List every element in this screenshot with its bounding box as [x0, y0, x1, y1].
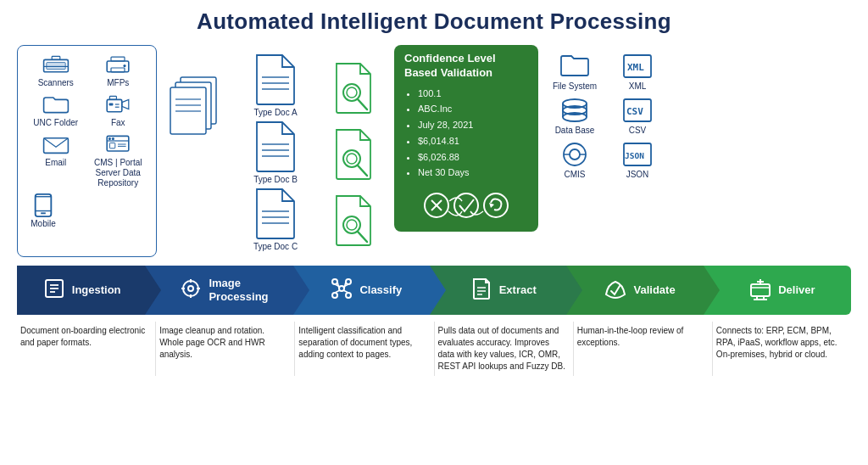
flow-step-image-processing: Image Processing — [145, 266, 292, 315]
source-mfps-label: MFPs — [107, 78, 129, 87]
svg-point-89 — [346, 293, 351, 298]
source-fax: Fax — [89, 92, 148, 127]
source-mfps: MFPs — [89, 53, 148, 87]
conf-item-2: July 28, 2021 — [418, 117, 528, 133]
classify-icon — [331, 277, 353, 304]
output-csv-label: CSV — [629, 126, 647, 135]
output-grid: File System XML XML Data Base — [547, 53, 665, 179]
source-mobile: Mobile — [30, 193, 57, 228]
doc-type-b-label: Type Doc B — [253, 175, 298, 184]
process-flow: Ingestion Image Processing — [17, 266, 851, 315]
classify-label: Classify — [359, 283, 402, 297]
svg-line-95 — [335, 290, 340, 293]
doc-type-c: Type Doc C — [233, 188, 318, 251]
confidence-title: Confidence Level Based Validation — [404, 52, 528, 81]
svg-line-93 — [335, 284, 340, 287]
output-filesystem: File System — [547, 53, 603, 91]
validate-label: Validate — [633, 283, 675, 297]
confidence-list: 100.1 ABC.Inc July 28, 2021 $6,014.81 $6… — [404, 86, 528, 181]
main-container: Automated Intelligent Document Processin… — [0, 0, 868, 384]
source-cms: CMS | PortalServer DataRepository — [89, 132, 148, 188]
deliver-label: Deliver — [778, 283, 815, 297]
desc-ingestion: Document on-boarding electronic and pape… — [17, 322, 156, 376]
ingestion-icon — [43, 277, 65, 304]
stacked-docs — [165, 70, 225, 147]
svg-line-96 — [343, 290, 348, 293]
output-database: Data Base — [547, 98, 603, 135]
svg-point-87 — [346, 279, 351, 284]
svg-text:JSON: JSON — [625, 151, 644, 160]
descriptions-row: Document on-boarding electronic and pape… — [17, 322, 851, 376]
svg-point-19 — [108, 137, 111, 140]
search-docs — [326, 62, 386, 252]
svg-rect-10 — [109, 103, 114, 105]
desc-validate: Human-in-the-loop review of exceptions. — [574, 322, 713, 376]
svg-text:XML: XML — [627, 62, 644, 73]
conf-item-1: ABC.Inc — [418, 101, 528, 117]
svg-rect-100 — [751, 284, 770, 296]
output-xml-label: XML — [629, 81, 647, 91]
conf-item-5: Net 30 Days — [418, 165, 528, 181]
output-filesystem-label: File System — [553, 81, 597, 91]
source-scanners-label: Scanners — [38, 78, 74, 87]
confidence-cycle — [404, 186, 528, 225]
extract-label: Extract — [499, 283, 537, 297]
svg-point-58 — [454, 193, 478, 217]
conf-item-0: 100.1 — [418, 86, 528, 102]
output-database-label: Data Base — [555, 126, 595, 135]
doc-type-c-label: Type Doc C — [253, 242, 298, 251]
svg-point-86 — [332, 279, 337, 284]
svg-point-59 — [484, 193, 508, 217]
doc-types: Type Doc A Type Doc B — [233, 53, 318, 251]
source-email: Email — [26, 132, 86, 188]
svg-point-81 — [188, 286, 193, 291]
ingestion-label: Ingestion — [72, 283, 121, 297]
svg-marker-60 — [489, 203, 494, 208]
content-row: Scanners MFPs UNC — [17, 45, 851, 257]
doc-type-a: Type Doc A — [233, 53, 318, 117]
svg-point-71 — [570, 149, 580, 160]
output-xml: XML XML — [609, 53, 665, 91]
svg-point-20 — [112, 137, 114, 140]
svg-rect-9 — [110, 96, 117, 99]
output-cmis-label: CMIS — [565, 170, 586, 179]
output-json-label: JSON — [626, 170, 649, 179]
flow-step-classify: Classify — [293, 266, 430, 315]
svg-line-94 — [343, 284, 348, 287]
source-cms-label: CMS | PortalServer DataRepository — [94, 158, 142, 188]
flow-step-ingestion: Ingestion — [17, 266, 145, 315]
source-scanners: Scanners — [26, 53, 86, 87]
page-title: Automated Intelligent Document Processin… — [17, 8, 851, 35]
desc-deliver: Connects to: ERP, ECM, BPM, RPA, iPaaS, … — [713, 322, 851, 376]
source-unc-folder: UNC Folder — [26, 92, 86, 127]
image-processing-label: Image Processing — [209, 277, 268, 303]
extract-icon — [470, 277, 492, 304]
svg-point-80 — [183, 281, 198, 296]
svg-rect-8 — [107, 99, 122, 111]
image-processing-icon — [180, 277, 202, 304]
confidence-box: Confidence Level Based Validation 100.1 … — [394, 45, 538, 232]
output-json: JSON JSON — [609, 142, 665, 179]
svg-point-7 — [124, 64, 126, 67]
doc-type-b: Type Doc B — [233, 120, 318, 184]
conf-item-4: $6,026.88 — [418, 149, 528, 165]
conf-item-3: $6,014.81 — [418, 133, 528, 149]
input-sources-box: Scanners MFPs UNC — [17, 45, 157, 257]
flow-step-validate: Validate — [566, 266, 703, 315]
svg-rect-16 — [110, 143, 115, 148]
source-mobile-label: Mobile — [31, 219, 55, 228]
desc-extract: Pulls data out of documents and evaluate… — [435, 322, 574, 376]
output-cmis: CMIS — [547, 142, 603, 179]
svg-rect-1 — [47, 63, 65, 70]
validate-icon — [604, 277, 626, 304]
desc-image-processing: Image cleanup and rotation. Whole page O… — [156, 322, 295, 376]
svg-text:CSV: CSV — [626, 106, 643, 117]
source-fax-label: Fax — [111, 118, 125, 127]
desc-classify: Intelligent classification and separatio… — [295, 322, 434, 376]
svg-point-88 — [332, 293, 337, 298]
svg-rect-3 — [52, 56, 60, 59]
source-email-label: Email — [45, 158, 66, 167]
source-grid: Scanners MFPs UNC — [26, 53, 147, 228]
flow-step-deliver: Deliver — [704, 266, 851, 315]
deliver-icon — [749, 277, 771, 304]
